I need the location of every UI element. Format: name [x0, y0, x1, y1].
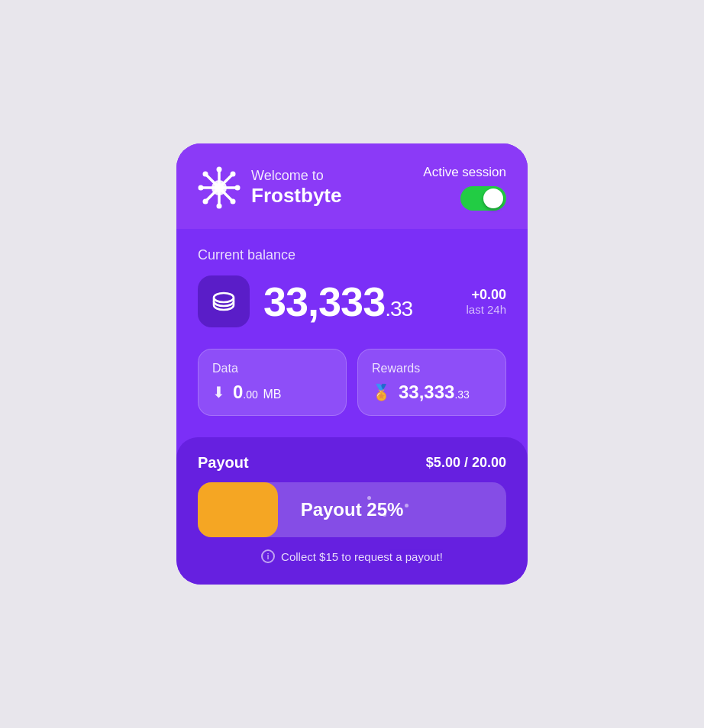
app-card: Welcome to Frostbyte Active session Curr…	[176, 143, 528, 585]
download-icon: ⬇	[212, 383, 225, 401]
change-period: last 24h	[466, 303, 506, 316]
rewards-icon: 🏅	[372, 383, 391, 401]
svg-point-13	[215, 183, 224, 192]
rewards-value-row: 🏅 33,333.33	[372, 382, 492, 403]
svg-point-10	[231, 199, 236, 205]
balance-decimal: .33	[385, 297, 412, 321]
active-session-label: Active session	[423, 165, 506, 180]
toggle-knob	[483, 188, 503, 208]
data-card: Data ⬇ 0.00 MB	[198, 349, 347, 416]
data-amount: 0.00 MB	[233, 382, 282, 403]
balance-change: +0.00 last 24h	[466, 287, 506, 317]
svg-point-7	[199, 185, 204, 191]
data-unit: MB	[263, 388, 282, 401]
data-card-label: Data	[212, 362, 332, 375]
svg-point-5	[217, 167, 222, 172]
svg-point-6	[217, 204, 222, 209]
progress-bar-text: Payout 25%	[198, 482, 506, 537]
balance-main: 33,333	[263, 279, 385, 324]
header-left: Welcome to Frostbyte	[198, 166, 341, 209]
svg-point-12	[203, 199, 208, 205]
header-text: Welcome to Frostbyte	[251, 168, 341, 208]
data-main: 0	[233, 382, 243, 402]
payout-hint-text: Collect $15 to request a payout!	[281, 550, 443, 563]
rewards-card: Rewards 🏅 33,333.33	[357, 349, 506, 416]
payout-amount: $5.00 / 20.00	[426, 455, 506, 471]
data-decimal: .00	[243, 388, 257, 401]
payout-current: $5.00	[426, 455, 460, 470]
rewards-main: 33,333	[399, 382, 454, 402]
current-balance-label: Current balance	[198, 247, 506, 263]
frostbyte-logo-icon	[198, 166, 241, 209]
welcome-label: Welcome to	[251, 168, 341, 184]
svg-point-14	[214, 293, 234, 302]
svg-point-8	[235, 185, 241, 191]
payout-section: Payout $5.00 / 20.00 Payout 25% i Collec…	[176, 437, 528, 585]
coin-icon	[198, 275, 250, 327]
balance-amount: 33,333.33	[263, 281, 412, 322]
balance-left: 33,333.33	[198, 275, 412, 327]
main-content: Current balance 33,333.33 +0.00 last 24h	[176, 229, 528, 416]
dot-3	[405, 504, 409, 507]
balance-row: 33,333.33 +0.00 last 24h	[198, 275, 506, 327]
header: Welcome to Frostbyte Active session	[176, 143, 528, 229]
info-icon: i	[261, 549, 275, 563]
payout-progress-bar[interactable]: Payout 25%	[198, 482, 506, 537]
payout-separator: /	[464, 455, 468, 470]
header-right: Active session	[423, 165, 506, 211]
svg-point-11	[231, 172, 236, 177]
payout-label: Payout	[198, 454, 249, 472]
rewards-card-label: Rewards	[372, 362, 492, 375]
rewards-amount: 33,333.33	[399, 382, 470, 403]
app-name: Frostbyte	[251, 184, 341, 208]
payout-total: 20.00	[472, 455, 506, 470]
change-amount: +0.00	[466, 287, 506, 303]
session-toggle[interactable]	[460, 186, 506, 211]
data-value-row: ⬇ 0.00 MB	[212, 382, 332, 403]
svg-point-9	[203, 172, 208, 177]
rewards-decimal: .33	[454, 388, 469, 401]
cards-row: Data ⬇ 0.00 MB Rewards 🏅 33,333.33	[198, 349, 506, 416]
payout-hint: i Collect $15 to request a payout!	[198, 549, 506, 563]
payout-header: Payout $5.00 / 20.00	[198, 454, 506, 472]
